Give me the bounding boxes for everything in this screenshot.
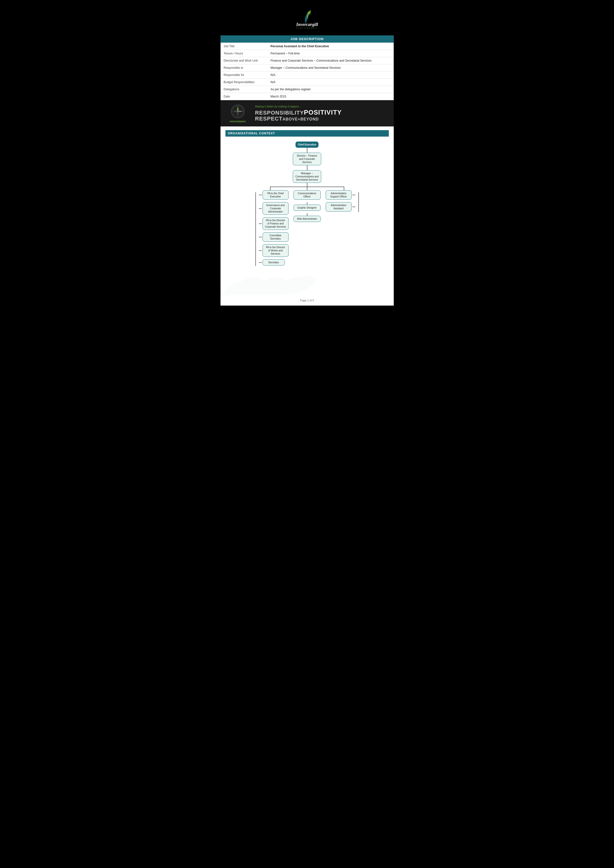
jd-row-label: Directorate and Work Unit xyxy=(220,57,268,64)
connector-v-mid xyxy=(307,213,307,216)
left-col-nodes: PA to the Chief ExecutiveGovernance and … xyxy=(259,190,288,268)
connector-v-2 xyxy=(307,165,307,170)
compass-text-area: Making it better by making it happen... … xyxy=(255,105,389,122)
org-node-chief-executive: Chief Executive xyxy=(296,141,318,148)
watermark-area xyxy=(220,275,394,295)
invercargill-logo-icon: Invercargill CITY COUNCIL xyxy=(292,8,322,30)
jd-row-label: Responsible for xyxy=(220,71,268,79)
org-node-mid-0: Communications Officer xyxy=(293,190,321,200)
jd-row-label: Delegations xyxy=(220,86,268,93)
tick-line xyxy=(259,237,262,237)
org-section-header: ORGANISATIONAL CONTEXT xyxy=(225,130,389,136)
tick-line xyxy=(259,262,262,263)
jd-row-value: March 2015 xyxy=(268,93,394,100)
left-branch-col: PA to the Chief ExecutiveGovernance and … xyxy=(256,190,288,268)
jd-row-value: Personal Assistant to the Chief Executiv… xyxy=(268,43,394,50)
compass-word3: RESPECT xyxy=(255,116,283,122)
left-group-item-row: PA to the Chief Executive xyxy=(259,190,288,200)
svg-text:Invercargill: Invercargill xyxy=(296,22,318,27)
compass-label-bold: compass xyxy=(234,120,246,123)
tick-line xyxy=(259,223,262,224)
org-section: ORGANISATIONAL CONTEXT Chief Executive D… xyxy=(220,126,394,275)
org-node-mid-1: Graphic Designer xyxy=(293,205,321,211)
tick-line xyxy=(259,208,262,209)
branch-connector xyxy=(245,183,369,190)
right-bracket-bar xyxy=(358,192,359,212)
jd-row: Budget ResponsibilitiesN/A xyxy=(220,79,394,86)
jd-row-label: Budget Responsibilities xyxy=(220,79,268,86)
jd-row-label: Responsible to xyxy=(220,64,268,71)
org-node-left-0: PA to the Chief Executive xyxy=(263,190,288,200)
v-stub-left xyxy=(270,186,270,190)
v-stub-right xyxy=(344,186,344,190)
jd-row: Tenure / HoursPermanent – Full-time xyxy=(220,50,394,57)
org-node-left-4: PA to the Director of Works and Services xyxy=(263,244,288,257)
org-node-director-finance: Director – Finance and Corporate Service… xyxy=(293,153,321,165)
org-node-left-1: Governance and Corporate Administrator xyxy=(263,202,288,215)
jd-row: Job TitlePersonal Assistant to the Chief… xyxy=(220,43,394,50)
left-group-item-row: PA to the Director of Finance and Corpor… xyxy=(259,217,288,230)
connector-v-mid xyxy=(307,202,307,205)
jd-section: JOB DESCRIPTION Job TitlePersonal Assist… xyxy=(220,36,394,100)
jd-row-value: Permanent – Full-time xyxy=(268,50,394,57)
tick-line xyxy=(259,250,262,251)
compass-words: RESPONSIBILITYPOSITIVITY RESPECTABOVE+BE… xyxy=(255,109,389,122)
connector-v-1 xyxy=(307,148,307,153)
jd-row-value: Manager – Communications and Secretarial… xyxy=(268,64,394,71)
org-node-right-0: Administration Support Officer xyxy=(326,190,352,200)
left-group-item-row: Secretary xyxy=(259,259,288,265)
left-bracket-bar xyxy=(256,192,256,266)
page-number: Page 1 of 5 xyxy=(300,299,314,302)
header: Invercargill CITY COUNCIL xyxy=(220,0,394,36)
mid-branch-col: Communications OfficerGraphic DesignerWe… xyxy=(293,190,321,225)
compass-word1: RESPONSIBILITY xyxy=(255,110,304,116)
right-tick-line xyxy=(352,195,355,195)
right-tick-line xyxy=(352,207,355,207)
mid-col-nodes: Communications OfficerGraphic DesignerWe… xyxy=(293,190,321,225)
left-group-item-row: Governance and Corporate Administrator xyxy=(259,202,288,215)
v-stub-center xyxy=(307,186,307,190)
jd-row-value: N/A xyxy=(268,71,394,79)
compass-label-plain: our xyxy=(229,120,234,123)
jd-row-label: Tenure / Hours xyxy=(220,50,268,57)
left-group-item-row: Committee Secretary xyxy=(259,232,288,242)
tick-line xyxy=(259,195,262,195)
svg-text:CITY COUNCIL: CITY COUNCIL xyxy=(296,27,318,29)
compass-label: ourcompass xyxy=(229,120,246,123)
jd-header-label: JOB DESCRIPTION xyxy=(220,36,394,43)
jd-row: DateMarch 2015 xyxy=(220,93,394,100)
jd-row-label: Date xyxy=(220,93,268,100)
org-node-left-2: PA to the Director of Finance and Corpor… xyxy=(263,217,288,230)
v-line-top xyxy=(307,183,307,186)
jd-row-value: As per the delegations register xyxy=(268,86,394,93)
jd-row: DelegationsAs per the delegations regist… xyxy=(220,86,394,93)
compass-icon xyxy=(230,104,245,119)
jd-row-value: N/A xyxy=(268,79,394,86)
org-node-left-3: Committee Secretary xyxy=(263,232,288,242)
page-footer: Page 1 of 5 xyxy=(220,295,394,305)
right-col-nodes: Administration Support OfficerAdministra… xyxy=(326,190,355,214)
compass-word4: ABOVE+BEYOND xyxy=(282,117,319,121)
compass-logo-area: ourcompass xyxy=(225,104,250,123)
right-group-item-row: Administration Support Officer xyxy=(326,190,355,200)
jd-table: Job TitlePersonal Assistant to the Chief… xyxy=(220,43,394,100)
compass-tagline: Making it better by making it happen... xyxy=(255,105,389,108)
compass-word2: POSITIVITY xyxy=(304,108,342,116)
jd-row-label: Job Title xyxy=(220,43,268,50)
org-node-manager-comms: Manager – Communications and Secretarial… xyxy=(293,170,321,183)
watermark-leaves-svg xyxy=(220,275,394,295)
jd-row-value: Finance and Corporate Services – Communi… xyxy=(268,57,394,64)
logo-container: Invercargill CITY COUNCIL xyxy=(292,8,322,31)
jd-row: Responsible toManager – Communications a… xyxy=(220,64,394,71)
jd-row: Directorate and Work UnitFinance and Cor… xyxy=(220,57,394,64)
org-chart: Chief Executive Director – Finance and C… xyxy=(225,141,389,268)
org-node-mid-2: Web Administrator xyxy=(293,216,321,222)
right-group-item-row: Administration Assistant xyxy=(326,202,355,212)
org-node-left-5: Secretary xyxy=(263,259,285,265)
org-node-right-1: Administration Assistant xyxy=(326,202,352,212)
jd-row: Responsible forN/A xyxy=(220,71,394,79)
compass-banner: ourcompass Making it better by making it… xyxy=(220,100,394,126)
org-branches: PA to the Chief ExecutiveGovernance and … xyxy=(225,190,389,268)
right-branch-col: Administration Support OfficerAdministra… xyxy=(326,190,359,214)
svg-point-9 xyxy=(237,111,239,112)
